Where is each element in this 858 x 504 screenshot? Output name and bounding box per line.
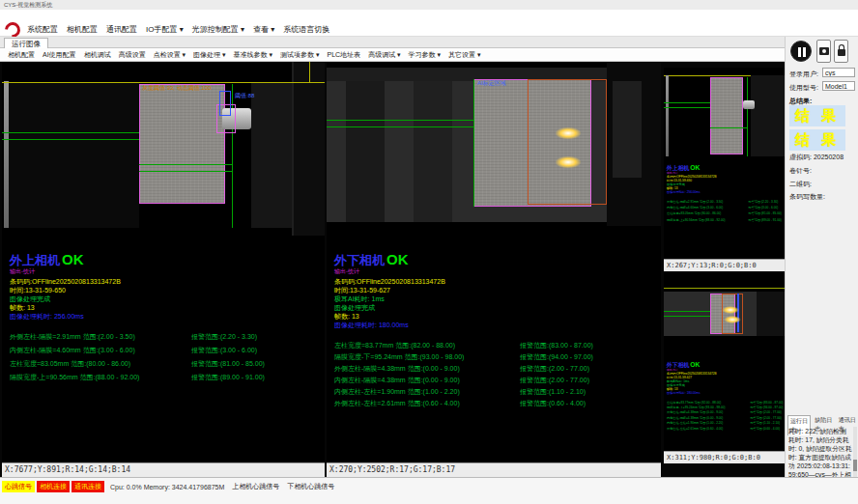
menu-comm-config[interactable]: 通讯配置 [106,24,137,35]
tool-test-params[interactable]: 测试项参数 ▾ [280,50,319,60]
weld-glow-spot [552,154,585,170]
tool-baseline-params[interactable]: 基准线参数 ▾ [234,50,272,60]
pause-button[interactable] [790,41,812,62]
measure-line-green [2,132,139,133]
tool-learning-params[interactable]: 学习参数 ▾ [409,50,441,60]
log-scrollbar-thumb[interactable] [853,460,857,471]
measure-line-green [139,171,232,172]
measurement-row: 外侧左柱-隔膜=2.91mm 范围:(2.00 - 3.50)报警范围:(2.2… [10,332,325,346]
machine-block [613,81,642,178]
camera-image-left[interactable]: 灰度阈值:93, 动态阈值:100 阈值:88 外上相机OK 输出-统计 条码码… [2,62,325,462]
weld-glow-spot [720,305,741,315]
tool-other-settings[interactable]: 其它设置 ▾ [448,50,480,60]
ai-overlay-label: AI标定区域 [477,80,506,87]
qr-code-label: 二维码: [789,180,812,189]
menu-language-switch[interactable]: 系统语言切换 [283,24,329,35]
roi-ai-box [528,79,607,205]
menu-io-config[interactable]: IO手配置 ▾ [146,24,184,35]
barcode-text: 条码码:OFFline2025020813313472B [334,277,653,286]
tool-advanced-settings[interactable]: 高级设置 [119,50,146,60]
pixel-status-left: X:7677;Y:891;R:14;G:14;B:14 [2,462,325,477]
mini-image-lower[interactable]: 外下相机OK 输出-统计 条码码:OFFline2025020813313472… [664,272,785,451]
time-text: 时间:13-31-59-627 [334,286,653,294]
threshold-overlay-label: 灰度阈值:93, 动态阈值:100 [142,85,211,92]
alarm-range: 报警范围:(2.00 - 77.00) [750,416,781,421]
pixel-status-right: X:270;Y:2502;R:17;G:17;B:17 [327,462,661,477]
measurement-value: 左柱宽度=83.05mm 范围:(80.00 - 86.00) [10,360,130,367]
tool-camera-config[interactable]: 相机配置 [8,50,35,60]
tab-strip: 运行图像 [0,37,785,48]
measurement-row: 内侧左柱-隔膜=4.60mm 范围:(3.00 - 6.00)报警范围:(3.0… [10,346,325,359]
probe-object [743,100,755,109]
menu-camera-config[interactable]: 相机配置 [67,24,98,35]
window-title: CYS-视觉检测系统 [4,2,52,8]
tool-ai-config[interactable]: AI使用配置 [43,50,76,60]
result-ok: OK [62,251,84,267]
virtual-code-value: 20250208 [814,154,844,160]
camera-connection-badge: 相机连接 [37,481,70,492]
mini-view-lower: 外下相机OK 输出-统计 条码码:OFFline2025020813313472… [664,272,785,463]
measurement-value: 内侧左柱-隔膜=4.38mm 范围:(0.00 - 9.00) [334,377,460,383]
login-user-input[interactable] [822,68,855,77]
tool-advanced-debug[interactable]: 高级调试 ▾ [368,50,400,60]
measurement-list: 左柱宽度=83.77mm 范围:(82.00 - 88.00)报警范围:(83.… [334,341,653,410]
upper-camera-heartbeat-label: 上相机心跳信号 [232,482,279,491]
log-scrollbar[interactable] [853,427,857,477]
measurement-value: 左柱宽度=83.77mm 范围:(82.00 - 88.00) [667,401,721,404]
menu-system-config[interactable]: 系统配置 [27,24,58,35]
measure-line-green [664,107,710,108]
camera-name-row: 外下相机OK [334,251,653,268]
measurement-value: 外侧左柱-左柱=2.61mm 范围:(0.60 - 4.00) [667,427,723,430]
menu-view[interactable]: 查看 ▾ [253,24,274,35]
tab-run-image[interactable]: 运行图像 [4,38,48,48]
tool-plc-address[interactable]: PLC地址表 [328,50,361,60]
virtual-code-label: 虚拟码: [789,154,812,160]
tool-camera-debug[interactable]: 相机调试 [84,50,111,60]
machine-column [751,75,785,156]
measurement-value: 隔膜宽度-上=90.56mm 范围:(88.00 - 92.00) [667,218,725,221]
measure-line-green [747,77,748,156]
heartbeat-status-badge: 心跳信号 [2,481,35,492]
process-time-text: 图像处理耗时: 180.00ms [334,321,653,329]
camera-toggle-button[interactable] [816,40,831,63]
measurement-row: 左柱宽度=83.05mm 范围:(80.00 - 86.00)报警范围:(81.… [10,359,325,373]
menu-light-config[interactable]: 光源控制配置 ▾ [192,24,244,35]
window-titlebar: CYS-视觉检测系统 [0,0,858,10]
tool-spot-check[interactable]: 点检设置 ▾ [154,50,186,60]
measurement-value: 内侧左柱-隔膜=4.60mm 范围:(3.00 - 6.00) [10,347,135,353]
camera-name: 外下相机 [667,362,689,369]
measurement-value: 外侧左柱-隔膜=4.38mm 范围:(0.00 - 9.00) [667,411,723,414]
alarm-range: 报警范围:(81.00 - 85.00) [749,211,782,216]
reference-line-yellow [664,288,785,289]
result-box-upper: 结 果 [789,105,845,126]
machine-edge [666,75,669,156]
measure-line-green [664,102,710,103]
tool-image-processing[interactable]: 图像处理 ▾ [193,50,225,60]
machine-edge [4,81,9,228]
measure-line-green [473,79,474,207]
cpu-memory-text: Cpu: 0.0% Memory: 3424.41796875M [110,484,224,490]
status-bar: 心跳信号 相机连接 通讯连接 Cpu: 0.0% Memory: 3424.41… [0,477,858,504]
reference-line-yellow [2,82,325,83]
ai-time-text: 极耳AI耗时: 1ms [334,294,653,303]
result-ok: OK [690,361,700,369]
camera-name-row: 外上相机OK [10,251,325,268]
mini-image-upper[interactable]: 外上相机OK 输出-统计 条码码:OFFline2025020813313472… [664,68,785,259]
measurement-row: 外侧左柱-左柱=2.61mm 范围:(0.60 - 4.00)报警范围:(0.6… [334,399,653,410]
main-area: 灰度阈值:93, 动态阈值:100 阈值:88 外上相机OK 输出-统计 条码码… [0,62,785,477]
alarm-range: 报警范围:(89.00 - 91.00) [191,373,265,382]
alarm-range: 报警范围:(2.20 - 3.30) [749,199,779,204]
alarm-range: 报警范围:(2.00 - 77.00) [750,410,781,415]
camera-name: 外下相机 [334,253,385,267]
lower-camera-heartbeat-label: 下相机心跳信号 [287,482,334,491]
camera-image-right[interactable]: AI标定区域 外下相机OK 输出-统计 条码码:OFFline202502081… [327,62,661,462]
model-input[interactable] [822,81,855,91]
measurement-row: 隔膜宽度-上=90.56mm 范围:(88.00 - 92.00)报警范围:(8… [10,373,325,386]
mini-view-upper: 外上相机OK 输出-统计 条码码:OFFline2025020813313472… [664,68,785,271]
process-done-text: 图像处理完成 [334,303,653,312]
lock-toggle-button[interactable] [834,40,848,63]
machine-column [346,81,385,222]
alarm-range: 报警范围:(2.20 - 3.30) [191,332,257,342]
time-text: 时间:13-31-59-650 [10,286,325,294]
measure-line-green [139,164,232,165]
